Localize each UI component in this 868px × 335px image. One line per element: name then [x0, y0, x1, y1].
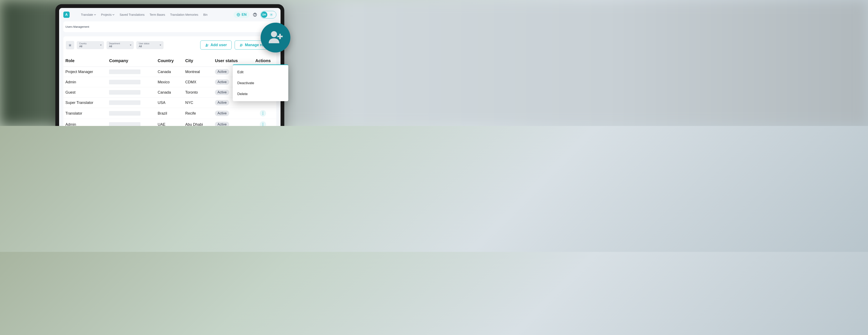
nav-bin[interactable]: Bin — [204, 13, 208, 17]
header-right: EN DH — [234, 11, 276, 19]
cell-city: Toronto — [183, 87, 213, 97]
cell-actions — [250, 119, 276, 126]
svg-point-6 — [206, 44, 207, 45]
caret-down-icon — [100, 44, 102, 46]
cell-role: Project Manager — [63, 67, 107, 77]
nav-translate[interactable]: Translate — [81, 13, 96, 17]
language-selector[interactable]: EN — [234, 11, 249, 18]
filters-row: Country All Department All User status A… — [63, 36, 276, 54]
status-badge: Active — [215, 90, 229, 95]
nav-projects[interactable]: Projects — [101, 13, 115, 17]
company-placeholder — [109, 111, 141, 116]
cell-city: Montreal — [183, 67, 213, 77]
filter-country[interactable]: Country All — [77, 41, 104, 49]
status-badge: Active — [215, 69, 229, 75]
cell-country: UAE — [156, 119, 183, 126]
cell-actions — [250, 108, 276, 119]
svg-point-9 — [263, 112, 264, 112]
gear-icon — [270, 13, 273, 17]
svg-point-15 — [271, 31, 277, 37]
person-add-icon — [266, 28, 285, 47]
company-placeholder — [109, 90, 141, 95]
svg-point-8 — [241, 44, 242, 45]
cell-company — [107, 77, 155, 87]
th-company[interactable]: Company — [107, 54, 155, 67]
actions-context-menu: Edit Deactivate Delete — [233, 64, 288, 101]
page-title: Users Management — [63, 21, 276, 32]
cell-role: Translator — [63, 108, 107, 119]
more-actions-button[interactable] — [260, 121, 266, 126]
caret-down-icon — [159, 44, 161, 46]
svg-point-4 — [255, 15, 255, 16]
status-badge: Active — [215, 111, 229, 116]
floating-add-user-badge — [260, 23, 290, 53]
cell-city: Abu Dhabi — [183, 119, 213, 126]
cell-country: Canada — [156, 67, 183, 77]
status-badge: Active — [215, 79, 229, 85]
header: A Translate Projects Saved Translations … — [59, 8, 281, 21]
cell-status: Active — [213, 119, 250, 126]
table-row: Admin UAE Abu Dhabi Active — [63, 119, 276, 126]
cell-role: Super Translator — [63, 97, 107, 108]
context-edit[interactable]: Edit — [233, 67, 288, 78]
globe-icon — [237, 13, 240, 17]
svg-point-11 — [263, 114, 264, 115]
cell-city: CDMX — [183, 77, 213, 87]
company-placeholder — [109, 69, 141, 74]
more-actions-button[interactable] — [260, 110, 266, 116]
cell-country: Canada — [156, 87, 183, 97]
status-badge: Active — [215, 122, 229, 126]
cell-role: Admin — [63, 77, 107, 87]
logo-text: A — [65, 13, 68, 17]
caret-down-icon — [130, 44, 132, 46]
cell-role: Admin — [63, 119, 107, 126]
svg-point-12 — [263, 123, 264, 123]
svg-point-14 — [263, 125, 264, 126]
company-placeholder — [109, 80, 141, 84]
manage-roles-icon — [240, 43, 243, 47]
svg-point-5 — [271, 14, 272, 15]
status-badge: Active — [215, 100, 229, 105]
company-placeholder — [109, 122, 141, 126]
cell-company — [107, 67, 155, 77]
cell-country: Mexico — [156, 77, 183, 87]
cell-status: Active — [213, 108, 250, 119]
cell-country: Brazil — [156, 108, 183, 119]
chevron-down-icon — [94, 13, 96, 16]
cell-city: NYC — [183, 97, 213, 108]
chevron-down-icon — [113, 13, 115, 16]
cell-company — [107, 119, 155, 126]
nav-term-bases[interactable]: Term Bases — [150, 13, 165, 17]
svg-point-7 — [240, 44, 241, 45]
favorite-filter[interactable] — [66, 41, 74, 49]
logo[interactable]: A — [63, 11, 70, 18]
cell-company — [107, 108, 155, 119]
nav-memories[interactable]: Translation Memories — [170, 13, 198, 17]
profile-pill[interactable]: DH — [260, 11, 276, 19]
company-placeholder — [109, 100, 141, 105]
th-country[interactable]: Country — [156, 54, 183, 67]
context-delete[interactable]: Delete — [233, 89, 288, 100]
filter-department[interactable]: Department All — [106, 41, 134, 49]
svg-rect-17 — [277, 36, 283, 37]
add-user-icon — [205, 43, 209, 47]
dots-vertical-icon — [262, 123, 264, 126]
cell-city: Recife — [183, 108, 213, 119]
th-role[interactable]: Role — [63, 54, 107, 67]
th-city[interactable]: City — [183, 54, 213, 67]
add-user-button[interactable]: Add user — [200, 40, 232, 50]
dots-vertical-icon — [262, 112, 264, 115]
avatar: DH — [261, 11, 267, 18]
help-icon — [253, 12, 257, 17]
main-nav: Translate Projects Saved Translations Te… — [81, 13, 230, 17]
nav-saved[interactable]: Saved Translations — [120, 13, 145, 17]
context-deactivate[interactable]: Deactivate — [233, 78, 288, 89]
cell-company — [107, 87, 155, 97]
filter-user-status[interactable]: User status All — [136, 41, 163, 49]
table-row: Translator Brazil Recife Active — [63, 108, 276, 119]
help-button[interactable] — [253, 12, 257, 17]
svg-point-10 — [263, 113, 264, 114]
cell-company — [107, 97, 155, 108]
svg-point-13 — [263, 124, 264, 125]
cell-country: USA — [156, 97, 183, 108]
